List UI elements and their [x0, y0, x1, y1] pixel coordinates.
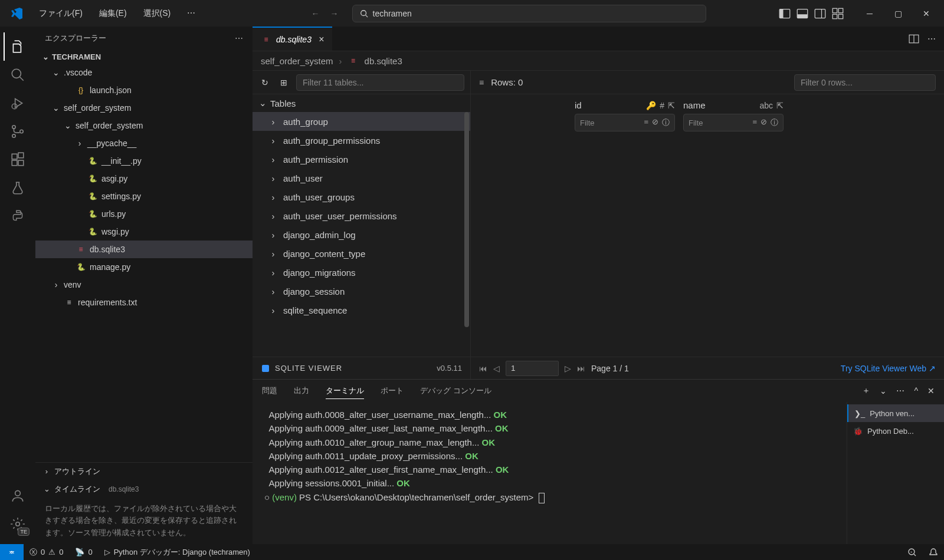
menu-edit[interactable]: 編集(E)	[93, 6, 133, 21]
panel-more-icon[interactable]: ⋯	[896, 386, 904, 396]
split-editor-icon[interactable]	[909, 34, 919, 44]
folder-pycache[interactable]: ›__pycache__	[35, 134, 253, 152]
table-item[interactable]: ›sqlite_sequence	[253, 301, 470, 319]
workspace-root[interactable]: ⌄TECHRAMEN	[35, 50, 253, 64]
panel-tab-output[interactable]: 出力	[294, 383, 309, 398]
layout-secondary-sidebar-icon[interactable]	[814, 8, 826, 19]
filter-rows-input[interactable]: Filter 0 rows...	[794, 74, 936, 91]
activity-account-icon[interactable]	[4, 482, 32, 510]
remote-window-icon[interactable]	[0, 544, 24, 560]
terminal-output[interactable]: Applying auth.0008_alter_user_username_m…	[253, 402, 847, 544]
activity-testing-icon[interactable]	[4, 174, 32, 202]
menu-select[interactable]: 選択(S)	[137, 6, 177, 21]
breadcrumb-segment[interactable]: db.sqlite3	[365, 56, 402, 66]
sqlite-web-link[interactable]: Try SQLite Viewer Web ↗	[841, 364, 936, 373]
status-feedback-icon[interactable]: +	[902, 548, 923, 557]
panel-close-icon[interactable]: ✕	[927, 386, 935, 396]
timeline-section[interactable]: ⌄タイムラインdb.sqlite3	[35, 480, 253, 498]
panel-tab-debug-console[interactable]: デバッグ コンソール	[420, 383, 491, 398]
new-terminal-icon[interactable]: ＋	[862, 386, 870, 396]
panel-tab-ports[interactable]: ポート	[381, 383, 404, 398]
pin-icon[interactable]: ⇱	[668, 101, 675, 110]
refresh-icon[interactable]: ↻	[258, 78, 271, 87]
status-ports[interactable]: 📡0	[69, 544, 98, 560]
scrollbar[interactable]	[463, 112, 470, 357]
panel-maximize-icon[interactable]: ^	[914, 386, 918, 396]
activity-extensions-icon[interactable]	[4, 146, 32, 174]
file-manage-py[interactable]: 🐍manage.py	[35, 258, 253, 276]
info-icon[interactable]: ⓘ	[771, 117, 778, 128]
tables-header[interactable]: ⌄Tables	[253, 94, 470, 112]
folder-venv[interactable]: ›venv	[35, 276, 253, 294]
equals-icon[interactable]: =	[644, 117, 648, 128]
table-item[interactable]: ›django_session	[253, 282, 470, 301]
menu-more-icon[interactable]: ⋯	[181, 6, 201, 21]
equals-icon[interactable]: =	[752, 117, 757, 128]
column-filter-input[interactable]: Filte=⊘ⓘ	[683, 114, 784, 131]
nav-back-icon[interactable]: ←	[310, 8, 322, 19]
tab-close-icon[interactable]: ×	[319, 34, 324, 45]
breadcrumb-segment[interactable]: self_order_system	[261, 56, 333, 66]
window-close-icon[interactable]: ✕	[913, 4, 939, 23]
page-prev-icon[interactable]: ◁	[493, 364, 500, 373]
folder-self-order-system-inner[interactable]: ⌄self_order_system	[35, 117, 253, 134]
file-launch-json[interactable]: {}launch.json	[35, 81, 253, 99]
layout-primary-sidebar-icon[interactable]	[779, 8, 791, 19]
nav-forward-icon[interactable]: →	[329, 8, 340, 19]
status-notifications-icon[interactable]	[923, 548, 944, 557]
table-item[interactable]: ›django_content_type	[253, 244, 470, 263]
panel-tab-problems[interactable]: 問題	[262, 383, 277, 398]
terminal-tab-python-debug[interactable]: 🐞Python Deb...	[847, 422, 944, 440]
tab-more-icon[interactable]: ⋯	[927, 34, 936, 44]
breadcrumb[interactable]: self_order_system › ≡ db.sqlite3	[253, 51, 944, 70]
window-maximize-icon[interactable]: ▢	[885, 4, 911, 23]
status-debug-config[interactable]: ▷Python デバッガー: Django (techramen)	[99, 544, 256, 560]
new-query-icon[interactable]: ⊞	[277, 78, 290, 87]
file-wsgi-py[interactable]: 🐍wsgi.py	[35, 223, 253, 241]
folder-self-order-system[interactable]: ⌄self_order_system	[35, 99, 253, 117]
outline-section[interactable]: ›アウトライン	[35, 463, 253, 480]
table-item[interactable]: ›auth_permission	[253, 150, 470, 169]
layout-customize-icon[interactable]	[832, 8, 844, 19]
null-icon[interactable]: ⊘	[761, 117, 767, 128]
panel-tab-terminal[interactable]: ターミナル	[326, 383, 364, 399]
activity-settings-icon[interactable]: TE	[4, 510, 32, 538]
terminal-dropdown-icon[interactable]: ⌄	[880, 386, 887, 396]
file-requirements-txt[interactable]: ≡requirements.txt	[35, 294, 253, 311]
file-asgi-py[interactable]: 🐍asgi.py	[35, 170, 253, 187]
command-center[interactable]: techramen	[352, 5, 706, 22]
pin-icon[interactable]: ⇱	[776, 101, 784, 110]
table-item[interactable]: ›django_admin_log	[253, 225, 470, 244]
table-item[interactable]: ›auth_user_user_permissions	[253, 206, 470, 225]
filter-tables-input[interactable]: Filter 11 tables...	[296, 74, 464, 91]
activity-python-icon[interactable]	[4, 202, 32, 230]
file-urls-py[interactable]: 🐍urls.py	[35, 205, 253, 223]
activity-debug-icon[interactable]	[4, 89, 32, 117]
menu-file[interactable]: ファイル(F)	[33, 6, 88, 21]
null-icon[interactable]: ⊘	[652, 117, 658, 128]
layout-panel-icon[interactable]	[796, 8, 808, 19]
column-filter-input[interactable]: Filte=⊘ⓘ	[575, 114, 675, 131]
tab-db-sqlite3[interactable]: ≡ db.sqlite3 ×	[253, 27, 332, 51]
table-item[interactable]: ›auth_group_permissions	[253, 131, 470, 150]
activity-explorer-icon[interactable]	[4, 32, 32, 61]
window-minimize-icon[interactable]: ─	[857, 4, 883, 23]
table-item[interactable]: ›django_migrations	[253, 263, 470, 282]
page-last-icon[interactable]: ⏭	[577, 364, 585, 373]
info-icon[interactable]: ⓘ	[662, 117, 670, 128]
page-first-icon[interactable]: ⏮	[479, 364, 487, 373]
sidebar-more-icon[interactable]: ⋯	[235, 34, 243, 43]
table-item[interactable]: ›auth_user_groups	[253, 187, 470, 206]
terminal-tab-python-venv[interactable]: ❯_Python ven...	[847, 404, 944, 422]
table-auth-group[interactable]: ›auth_group	[253, 112, 470, 131]
file-init-py[interactable]: 🐍__init__.py	[35, 152, 253, 170]
table-item[interactable]: ›auth_user	[253, 169, 470, 187]
file-db-sqlite3[interactable]: ≡db.sqlite3	[35, 241, 253, 258]
page-next-icon[interactable]: ▷	[565, 364, 571, 373]
activity-scm-icon[interactable]	[4, 117, 32, 146]
folder-vscode[interactable]: ⌄.vscode	[35, 64, 253, 81]
activity-search-icon[interactable]	[4, 61, 32, 89]
file-settings-py[interactable]: 🐍settings.py	[35, 187, 253, 205]
status-problems[interactable]: ⓧ0 ⚠0	[24, 544, 69, 560]
page-number-input[interactable]	[506, 361, 559, 376]
